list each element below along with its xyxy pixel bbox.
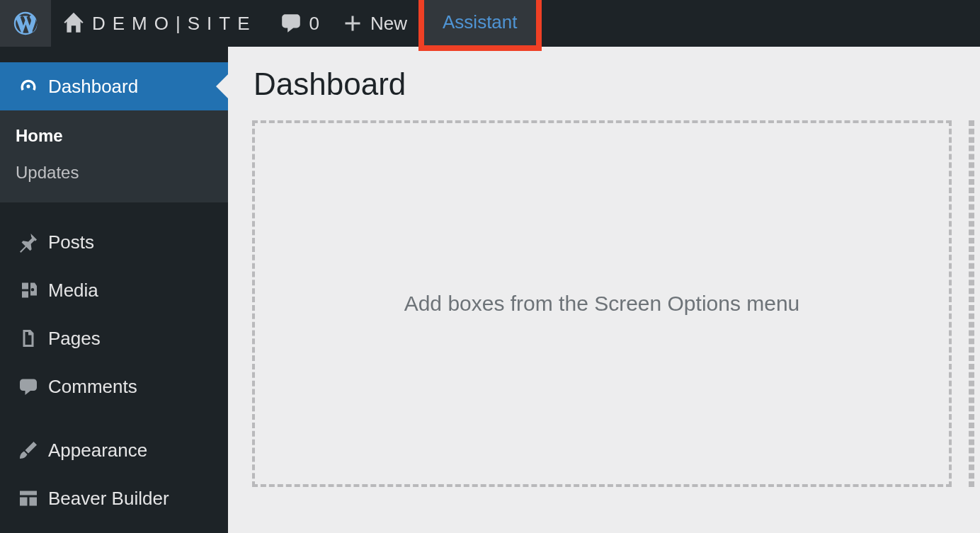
- home-icon: [62, 12, 85, 35]
- comment-icon: [280, 12, 302, 35]
- admin-sidebar: Dashboard Home Updates Posts Media Pages…: [0, 47, 228, 533]
- sidebar-item-pages[interactable]: Pages: [0, 314, 228, 362]
- content-area: Dashboard Add boxes from the Screen Opti…: [228, 47, 980, 533]
- assistant-highlight: Assistant: [418, 0, 542, 51]
- menu-separator: [0, 411, 228, 426]
- wordpress-icon: [13, 11, 38, 36]
- comments-icon: [14, 376, 42, 397]
- wp-logo-menu[interactable]: [0, 0, 51, 47]
- layout-icon: [14, 488, 42, 509]
- pin-icon: [14, 231, 42, 253]
- submenu-home[interactable]: Home: [0, 118, 228, 154]
- dashboard-label: Dashboard: [48, 76, 138, 98]
- comments-menu[interactable]: 0: [268, 0, 331, 47]
- comments-label: Comments: [48, 376, 137, 398]
- admin-bar: DEMO|SITE 0 New Assistant: [0, 0, 980, 47]
- posts-label: Posts: [48, 231, 94, 253]
- media-icon: [14, 280, 42, 301]
- sidebar-item-comments[interactable]: Comments: [0, 362, 228, 411]
- menu-separator: [0, 47, 228, 62]
- new-content-menu[interactable]: New: [331, 0, 418, 47]
- media-label: Media: [48, 280, 98, 302]
- dashboard-dropzone-2[interactable]: [969, 120, 974, 487]
- appearance-label: Appearance: [48, 440, 147, 462]
- dashboard-dropzone-1[interactable]: Add boxes from the Screen Options menu: [252, 120, 952, 487]
- new-label: New: [370, 13, 407, 35]
- pages-icon: [14, 328, 42, 349]
- sidebar-item-dashboard[interactable]: Dashboard: [0, 62, 228, 110]
- comments-count: 0: [309, 13, 319, 35]
- pages-label: Pages: [48, 328, 101, 350]
- dropzone-placeholder: Add boxes from the Screen Options menu: [404, 292, 800, 316]
- menu-separator: [0, 202, 228, 218]
- site-name-label: DEMO|SITE: [92, 13, 257, 35]
- dashboard-widgets: Add boxes from the Screen Options menu: [252, 120, 956, 487]
- sidebar-item-beaver-builder[interactable]: Beaver Builder: [0, 474, 228, 522]
- assistant-menu[interactable]: Assistant: [424, 0, 536, 45]
- sidebar-item-posts[interactable]: Posts: [0, 218, 228, 266]
- brush-icon: [14, 440, 42, 461]
- dashboard-submenu: Home Updates: [0, 110, 228, 202]
- beaver-builder-label: Beaver Builder: [48, 488, 169, 510]
- sidebar-item-appearance[interactable]: Appearance: [0, 426, 228, 474]
- dashboard-icon: [14, 76, 42, 97]
- page-title: Dashboard: [253, 67, 956, 102]
- assistant-label: Assistant: [443, 11, 518, 33]
- submenu-updates[interactable]: Updates: [0, 154, 228, 191]
- site-name-menu[interactable]: DEMO|SITE: [51, 0, 268, 47]
- sidebar-item-media[interactable]: Media: [0, 266, 228, 314]
- plus-icon: [342, 13, 363, 34]
